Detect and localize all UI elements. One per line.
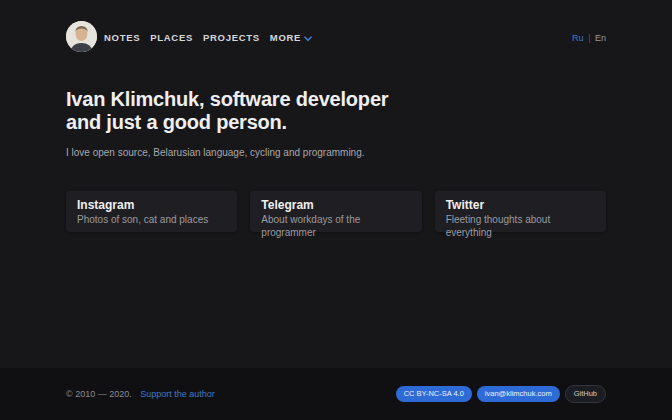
nav-item-projects[interactable]: Projects: [203, 32, 260, 43]
card-title: Instagram: [77, 198, 226, 212]
footer-left: © 2010 — 2020. Support the author: [66, 389, 215, 399]
header: Notes Places Projects More Ru | En: [0, 0, 672, 52]
license-badge[interactable]: CC BY-NC-SA 4.0: [396, 386, 472, 402]
card-instagram[interactable]: Instagram Photos of son, cat and places: [66, 191, 237, 232]
page-subtitle: I love open source, Belarusian language,…: [66, 147, 606, 158]
card-description: Fleeting thoughts about everything: [446, 213, 595, 239]
card-title: Twitter: [446, 198, 595, 212]
user-photo-icon: [66, 21, 97, 52]
footer-badges: CC BY-NC-SA 4.0 ivan@klimchuk.com GitHub: [396, 385, 606, 403]
nav-item-more[interactable]: More: [270, 32, 312, 44]
page-title-line2: and just a good person.: [66, 111, 287, 133]
lang-option-ru[interactable]: Ru: [572, 33, 584, 43]
card-twitter[interactable]: Twitter Fleeting thoughts about everythi…: [435, 191, 606, 232]
page: Notes Places Projects More Ru | En Ivan …: [0, 0, 672, 420]
card-description: Photos of son, cat and places: [77, 213, 226, 226]
main-content: Ivan Klimchuk, software developer and ju…: [0, 52, 672, 368]
card-title: Telegram: [261, 198, 410, 212]
github-badge[interactable]: GitHub: [565, 385, 606, 403]
footer: © 2010 — 2020. Support the author CC BY-…: [0, 368, 672, 420]
card-description: About workdays of the programmer: [261, 213, 410, 239]
chevron-down-icon: [304, 33, 312, 44]
nav-item-places[interactable]: Places: [150, 32, 193, 43]
main-nav: Notes Places Projects More: [104, 32, 312, 44]
avatar[interactable]: [66, 21, 97, 52]
copyright-text: © 2010 — 2020.: [66, 389, 132, 399]
nav-item-notes[interactable]: Notes: [104, 32, 140, 43]
lang-separator: |: [588, 33, 590, 43]
language-switcher: Ru | En: [572, 33, 606, 43]
nav-left: Notes Places Projects More: [66, 21, 312, 52]
page-title: Ivan Klimchuk, software developer and ju…: [66, 88, 606, 134]
page-title-line1: Ivan Klimchuk, software developer: [66, 88, 388, 110]
lang-option-en[interactable]: En: [595, 33, 606, 43]
email-badge[interactable]: ivan@klimchuk.com: [477, 386, 560, 402]
card-telegram[interactable]: Telegram About workdays of the programme…: [250, 191, 421, 232]
social-cards: Instagram Photos of son, cat and places …: [66, 191, 606, 232]
support-author-link[interactable]: Support the author: [140, 389, 215, 399]
nav-item-more-label: More: [270, 32, 301, 43]
